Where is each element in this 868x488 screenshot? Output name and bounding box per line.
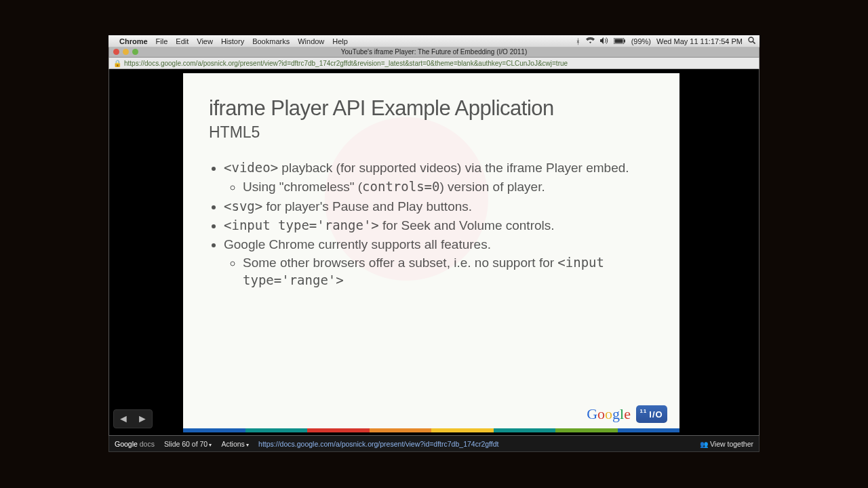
svg-rect-2: [614, 39, 623, 43]
google-logo: Google: [587, 405, 631, 423]
svg-point-3: [749, 37, 753, 42]
slide-nav: ◄ ►: [113, 409, 153, 428]
menu-edit[interactable]: Edit: [176, 37, 189, 45]
battery-percent: (99%): [631, 37, 651, 45]
status-url: https://docs.google.com/a/posnick.org/pr…: [258, 440, 498, 448]
docs-brand[interactable]: Google docs: [115, 440, 155, 448]
slide-counter[interactable]: Slide 60 of 70: [164, 440, 212, 448]
io-badge: 11I/O: [636, 405, 667, 423]
mac-window: Chrome File Edit View History Bookmarks …: [108, 35, 760, 453]
close-window-button[interactable]: [113, 49, 119, 55]
view-together-button[interactable]: View together: [700, 440, 753, 448]
clock[interactable]: Wed May 11 11:17:54 PM: [656, 37, 743, 45]
slide: iframe Player API Example Application HT…: [183, 73, 679, 432]
menu-bookmarks[interactable]: Bookmarks: [252, 37, 290, 45]
menu-history[interactable]: History: [221, 37, 244, 45]
slide-footer-stripe: [183, 428, 679, 432]
bullet-4-sub: Some other browsers offer a subset, i.e.…: [243, 254, 654, 289]
wifi-icon[interactable]: [586, 37, 595, 45]
menu-file[interactable]: File: [156, 37, 168, 45]
bullet-1: <video> playback (for supported videos) …: [224, 159, 654, 195]
slide-bullets: <video> playback (for supported videos) …: [224, 159, 654, 289]
bullet-1-sub: Using "chromeless" (controls=0) version …: [243, 178, 654, 196]
actions-menu[interactable]: Actions: [221, 440, 249, 448]
volume-icon[interactable]: [600, 37, 608, 45]
mac-menubar: Chrome File Edit View History Bookmarks …: [108, 35, 760, 47]
tab-title[interactable]: YouTube's iframe Player: The Future of E…: [341, 48, 527, 56]
window-controls: [113, 49, 138, 55]
menu-help[interactable]: Help: [332, 37, 348, 45]
bluetooth-icon[interactable]: ᚼ: [576, 37, 580, 45]
url-text: https://docs.google.com/a/posnick.org/pr…: [124, 60, 568, 67]
battery-icon[interactable]: [614, 37, 626, 45]
slide-branding: Google 11I/O: [587, 405, 667, 423]
bullet-2: <svg> for player's Pause and Play button…: [224, 198, 654, 216]
docs-footer: Google docs Slide 60 of 70 Actions https…: [108, 436, 760, 452]
menu-extras: ᚼ (99%) Wed May 11 11:17:54 PM: [576, 37, 755, 45]
browser-urlbar[interactable]: 🔒 https://docs.google.com/a/posnick.org/…: [108, 58, 760, 69]
spotlight-icon[interactable]: [748, 37, 755, 45]
next-slide-button[interactable]: ►: [137, 413, 148, 425]
slide-title: iframe Player API Example Application: [209, 96, 654, 121]
svg-line-4: [753, 41, 755, 43]
lock-icon: 🔒: [113, 60, 121, 67]
bullet-3: <input type='range'> for Seek and Volume…: [224, 217, 654, 235]
menu-view[interactable]: View: [197, 37, 213, 45]
slide-subtitle: HTML5: [209, 123, 654, 142]
svg-rect-1: [624, 39, 625, 42]
zoom-window-button[interactable]: [132, 49, 138, 55]
prev-slide-button[interactable]: ◄: [118, 413, 129, 425]
active-app[interactable]: Chrome: [119, 37, 148, 45]
menu-window[interactable]: Window: [298, 37, 324, 45]
presentation-viewport: iframe Player API Example Application HT…: [108, 69, 760, 436]
minimize-window-button[interactable]: [123, 49, 129, 55]
browser-tabbar: YouTube's iframe Player: The Future of E…: [108, 47, 760, 58]
bullet-4: Google Chrome currently supports all fea…: [224, 236, 654, 289]
